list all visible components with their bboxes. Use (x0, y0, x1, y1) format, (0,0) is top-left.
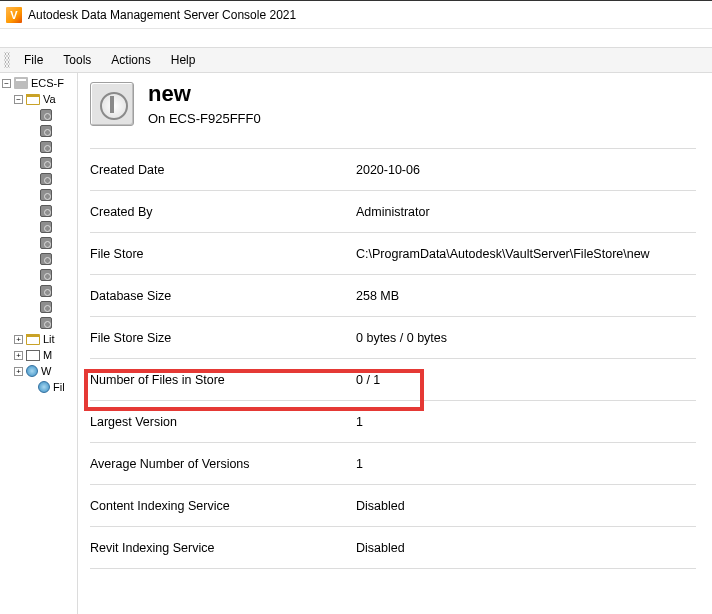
menu-tools[interactable]: Tools (53, 49, 101, 71)
vault-icon (40, 253, 52, 265)
row-file-store-size: File Store Size 0 bytes / 0 bytes (90, 316, 696, 358)
value-content-indexing: Disabled (356, 499, 696, 513)
menubar: File Tools Actions Help (0, 47, 712, 73)
value-revit-indexing: Disabled (356, 541, 696, 555)
window-title: Autodesk Data Management Server Console … (28, 8, 296, 22)
expander-minus-icon[interactable]: − (14, 95, 23, 104)
value-created-date: 2020-10-06 (356, 163, 696, 177)
label-file-store-size: File Store Size (90, 331, 356, 345)
vault-large-icon (90, 82, 134, 126)
label-created-date: Created Date (90, 163, 356, 177)
content-panel: new On ECS-F925FFF0 Created Date 2020-10… (78, 73, 712, 614)
label-database-size: Database Size (90, 289, 356, 303)
menu-grip[interactable] (4, 52, 10, 68)
vault-icon (40, 141, 52, 153)
vault-icon (40, 285, 52, 297)
row-created-by: Created By Administrator (90, 190, 696, 232)
vault-icon (40, 205, 52, 217)
vault-icon (40, 189, 52, 201)
label-largest-version: Largest Version (90, 415, 356, 429)
vault-icon (40, 221, 52, 233)
label-created-by: Created By (90, 205, 356, 219)
row-avg-versions: Average Number of Versions 1 (90, 442, 696, 484)
row-largest-version: Largest Version 1 (90, 400, 696, 442)
tree-node-vaults[interactable]: Va (43, 93, 56, 105)
label-avg-versions: Average Number of Versions (90, 457, 356, 471)
expander-minus-icon[interactable]: − (2, 79, 11, 88)
vault-icon (40, 301, 52, 313)
value-num-files: 0 / 1 (356, 373, 696, 387)
value-avg-versions: 1 (356, 457, 696, 471)
globe-icon (38, 381, 50, 393)
vault-subtitle: On ECS-F925FFF0 (148, 111, 261, 126)
tree-node-management[interactable]: M (43, 349, 52, 361)
label-content-indexing: Content Indexing Service (90, 499, 356, 513)
app-icon: V (6, 7, 22, 23)
label-file-store: File Store (90, 247, 356, 261)
tree-node-server[interactable]: ECS-F (31, 77, 64, 89)
folder-icon (26, 334, 40, 345)
label-num-files: Number of Files in Store (90, 373, 356, 387)
body-area: − ECS-F − Va + Lit + M (0, 73, 712, 614)
menu-actions[interactable]: Actions (101, 49, 160, 71)
row-revit-indexing: Revit Indexing Service Disabled (90, 526, 696, 569)
folder-icon (26, 94, 40, 105)
row-file-store: File Store C:\ProgramData\Autodesk\Vault… (90, 232, 696, 274)
row-database-size: Database Size 258 MB (90, 274, 696, 316)
label-revit-indexing: Revit Indexing Service (90, 541, 356, 555)
menu-help[interactable]: Help (161, 49, 206, 71)
row-content-indexing: Content Indexing Service Disabled (90, 484, 696, 526)
vault-title: new (148, 81, 261, 107)
value-largest-version: 1 (356, 415, 696, 429)
toolbar-spacer (0, 29, 712, 47)
titlebar: V Autodesk Data Management Server Consol… (0, 1, 712, 29)
vault-icon (40, 237, 52, 249)
value-created-by: Administrator (356, 205, 696, 219)
value-database-size: 258 MB (356, 289, 696, 303)
expander-plus-icon[interactable]: + (14, 335, 23, 344)
vault-icon (40, 125, 52, 137)
expander-plus-icon[interactable]: + (14, 367, 23, 376)
tree-node-filestores[interactable]: Fil (53, 381, 65, 393)
menu-file[interactable]: File (14, 49, 53, 71)
vault-icon (40, 173, 52, 185)
vault-icon (40, 157, 52, 169)
vault-header: new On ECS-F925FFF0 (90, 73, 696, 148)
row-num-files: Number of Files in Store 0 / 1 (90, 358, 696, 400)
tree-node-workgroups[interactable]: W (41, 365, 51, 377)
value-file-store-size: 0 bytes / 0 bytes (356, 331, 696, 345)
tree-panel[interactable]: − ECS-F − Va + Lit + M (0, 73, 78, 614)
expander-plus-icon[interactable]: + (14, 351, 23, 360)
globe-icon (26, 365, 38, 377)
row-created-date: Created Date 2020-10-06 (90, 148, 696, 190)
server-icon (14, 77, 28, 89)
vault-icon (40, 269, 52, 281)
value-file-store: C:\ProgramData\Autodesk\VaultServer\File… (356, 247, 696, 261)
tree-node-libraries[interactable]: Lit (43, 333, 55, 345)
management-icon (26, 350, 40, 361)
vault-icon (40, 109, 52, 121)
vault-icon (40, 317, 52, 329)
